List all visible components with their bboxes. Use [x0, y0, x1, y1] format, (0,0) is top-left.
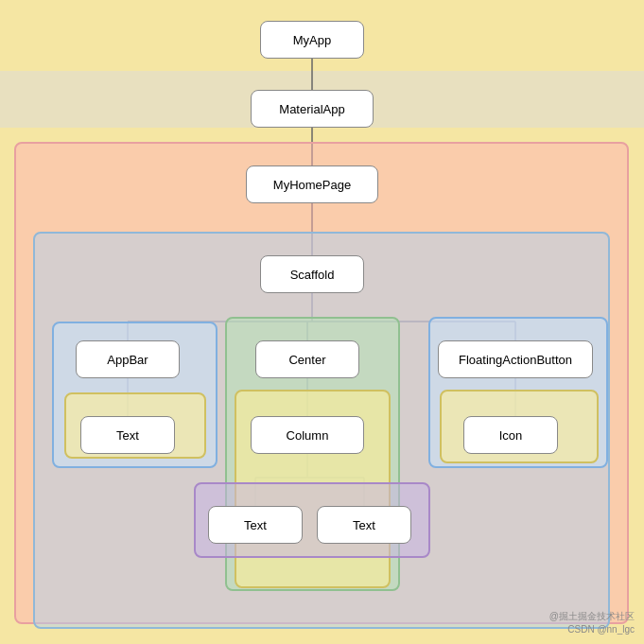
node-text-appbar: Text: [80, 416, 175, 454]
diagram-container: MyApp MaterialApp MyHomePage Scaffold Ap…: [0, 0, 644, 644]
node-text-col1: Text: [208, 506, 303, 544]
watermark: @掘土掘金技术社区 CSDN @nn_lgc: [549, 610, 635, 636]
node-icon: Icon: [463, 416, 558, 454]
node-scaffold: Scaffold: [260, 255, 364, 293]
node-fab: FloatingActionButton: [438, 340, 593, 378]
node-appbar: AppBar: [76, 340, 180, 378]
node-column: Column: [251, 416, 364, 454]
node-myhomepage: MyHomePage: [246, 165, 378, 203]
node-myapp: MyApp: [260, 21, 364, 59]
node-text-col2: Text: [317, 506, 411, 544]
node-materialapp: MaterialApp: [251, 90, 374, 128]
node-center: Center: [255, 340, 359, 378]
